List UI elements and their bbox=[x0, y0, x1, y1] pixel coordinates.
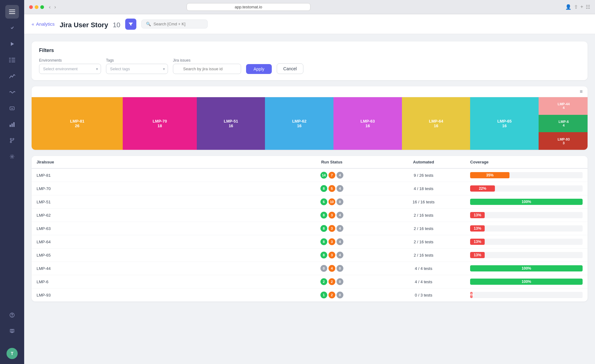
sidebar-item-analytics[interactable] bbox=[5, 69, 19, 83]
browser-nav: ‹ › bbox=[48, 4, 57, 11]
sidebar-item-settings[interactable] bbox=[5, 150, 19, 163]
sidebar-item-book[interactable] bbox=[5, 324, 19, 338]
table-body: LMP-8114749 / 26 tests35%LMP-708544 / 18… bbox=[32, 168, 588, 301]
user-avatar[interactable]: T bbox=[7, 348, 18, 359]
browser-new-tab-icon[interactable]: + bbox=[580, 4, 583, 10]
cell-run-status: 120 bbox=[282, 288, 382, 302]
cell-coverage: 0% bbox=[465, 288, 588, 302]
run-badge: 1 bbox=[320, 292, 327, 298]
cell-jira-issue: LMP-62 bbox=[32, 209, 282, 222]
treemap-cell[interactable]: LMP-7018 bbox=[123, 97, 197, 150]
treemap-cell-count: 4 bbox=[563, 124, 565, 127]
browser-grid-icon[interactable]: ☷ bbox=[586, 4, 590, 10]
jira-issue-link[interactable]: LMP-64 bbox=[37, 240, 51, 244]
browser-share-icon[interactable]: ⇧ bbox=[574, 4, 578, 10]
apply-button[interactable]: Apply bbox=[246, 64, 272, 74]
sidebar-item-git[interactable] bbox=[5, 134, 19, 147]
coverage-bar-bg: 13% bbox=[470, 225, 583, 232]
sidebar-menu-icon[interactable] bbox=[5, 5, 19, 19]
table-section: JiraIssue Run Status Automated Coverage … bbox=[32, 156, 588, 301]
cell-jira-issue: LMP-44 bbox=[32, 262, 282, 275]
sidebar-item-check[interactable] bbox=[5, 21, 19, 35]
jira-issue-link[interactable]: LMP-6 bbox=[37, 280, 48, 284]
svg-rect-11 bbox=[10, 125, 11, 127]
coverage-bar-bg: 0% bbox=[470, 292, 583, 298]
cell-coverage: 13% bbox=[465, 209, 588, 222]
coverage-bar-bg: 35% bbox=[470, 172, 583, 178]
jira-issue-link[interactable]: LMP-51 bbox=[37, 200, 51, 204]
jira-issue-link[interactable]: LMP-65 bbox=[37, 253, 51, 258]
run-badge: 10 bbox=[328, 198, 335, 205]
cell-coverage: 22% bbox=[465, 182, 588, 195]
sidebar-item-help[interactable] bbox=[5, 308, 19, 322]
run-badge: 4 bbox=[337, 238, 343, 245]
svg-marker-3 bbox=[11, 42, 14, 46]
minimize-window-button[interactable] bbox=[35, 5, 38, 9]
global-search-bar[interactable]: 🔍 bbox=[141, 20, 208, 28]
tags-select[interactable]: Select tags bbox=[106, 64, 168, 74]
treemap-cell[interactable]: LMP-64 bbox=[539, 115, 588, 132]
sidebar-item-bar-chart[interactable] bbox=[5, 118, 19, 131]
jira-issue-link[interactable]: LMP-62 bbox=[37, 213, 51, 218]
run-badges: 834 bbox=[287, 212, 377, 219]
jira-issue-link[interactable]: LMP-81 bbox=[37, 173, 51, 178]
treemap-menu-icon[interactable]: ≡ bbox=[580, 89, 583, 94]
treemap-cell-count: 16 bbox=[434, 124, 438, 128]
sidebar-item-list[interactable] bbox=[5, 53, 19, 67]
treemap-cell[interactable]: LMP-6516 bbox=[470, 97, 539, 150]
maximize-window-button[interactable] bbox=[40, 5, 44, 9]
url-bar[interactable]: app.testomat.io bbox=[187, 3, 311, 11]
svg-point-20 bbox=[12, 316, 12, 317]
run-badge: 8 bbox=[320, 238, 327, 245]
cell-coverage: 100% bbox=[465, 195, 588, 209]
global-search-input[interactable] bbox=[153, 22, 203, 26]
svg-rect-7 bbox=[11, 60, 15, 60]
sidebar-item-play[interactable] bbox=[5, 37, 19, 51]
cancel-button[interactable]: Cancel bbox=[277, 63, 303, 74]
cell-coverage: 100% bbox=[465, 275, 588, 288]
treemap-cell[interactable]: LMP-6216 bbox=[265, 97, 333, 150]
close-window-button[interactable] bbox=[29, 5, 33, 9]
svg-rect-1 bbox=[9, 11, 15, 12]
jira-issue-link[interactable]: LMP-63 bbox=[37, 226, 51, 231]
breadcrumb-analytics[interactable]: « Analytics bbox=[32, 21, 55, 27]
jira-search-wrapper bbox=[173, 64, 241, 74]
cell-run-status: 834 bbox=[282, 249, 382, 262]
jira-search-input[interactable] bbox=[173, 64, 241, 74]
sidebar-item-wave[interactable] bbox=[5, 85, 19, 99]
browser-forward-icon[interactable]: › bbox=[53, 4, 57, 11]
treemap-cell[interactable]: LMP-933 bbox=[539, 132, 588, 150]
cell-jira-issue: LMP-64 bbox=[32, 235, 282, 249]
run-badge: 2 bbox=[328, 292, 335, 298]
browser-account-icon[interactable]: 👤 bbox=[565, 4, 571, 10]
page-title: Jira User Story 10 bbox=[60, 18, 120, 30]
run-badge: 3 bbox=[328, 212, 335, 219]
treemap-cell[interactable]: LMP-8126 bbox=[32, 97, 123, 150]
treemap-cell[interactable]: LMP-6316 bbox=[333, 97, 402, 150]
coverage-bar-fill: 22% bbox=[470, 185, 495, 192]
treemap-cell[interactable]: LMP-5116 bbox=[197, 97, 265, 150]
cell-coverage: 13% bbox=[465, 249, 588, 262]
treemap-cell[interactable]: LMP-6416 bbox=[402, 97, 470, 150]
treemap-cell[interactable]: LMP-444 bbox=[539, 97, 588, 115]
treemap-right-column: LMP-444LMP-64LMP-933 bbox=[539, 97, 588, 150]
main-content: ‹ › app.testomat.io 👤 ⇧ + ☷ « Analytics … bbox=[24, 0, 595, 364]
jira-issues-label: Jira issues bbox=[173, 58, 241, 63]
run-badge: 8 bbox=[320, 185, 327, 192]
filter-button[interactable] bbox=[125, 19, 136, 30]
cell-run-status: 834 bbox=[282, 209, 382, 222]
run-badges: 834 bbox=[287, 238, 377, 245]
coverage-bar-bg: 13% bbox=[470, 252, 583, 258]
cell-run-status: 040 bbox=[282, 262, 382, 275]
svg-point-18 bbox=[11, 156, 13, 158]
sidebar-item-export[interactable] bbox=[5, 102, 19, 115]
jira-issue-link[interactable]: LMP-93 bbox=[37, 293, 51, 297]
browser-back-icon[interactable]: ‹ bbox=[48, 4, 52, 11]
environment-select[interactable]: Select environment bbox=[39, 64, 101, 74]
svg-rect-10 bbox=[10, 107, 14, 110]
treemap-cell-count: 16 bbox=[502, 124, 507, 128]
jira-issue-link[interactable]: LMP-44 bbox=[37, 266, 51, 271]
filters-section: Filters Environments Select environment … bbox=[32, 41, 588, 80]
jira-issue-link[interactable]: LMP-70 bbox=[37, 186, 51, 191]
cell-automated: 4 / 18 tests bbox=[382, 182, 465, 195]
